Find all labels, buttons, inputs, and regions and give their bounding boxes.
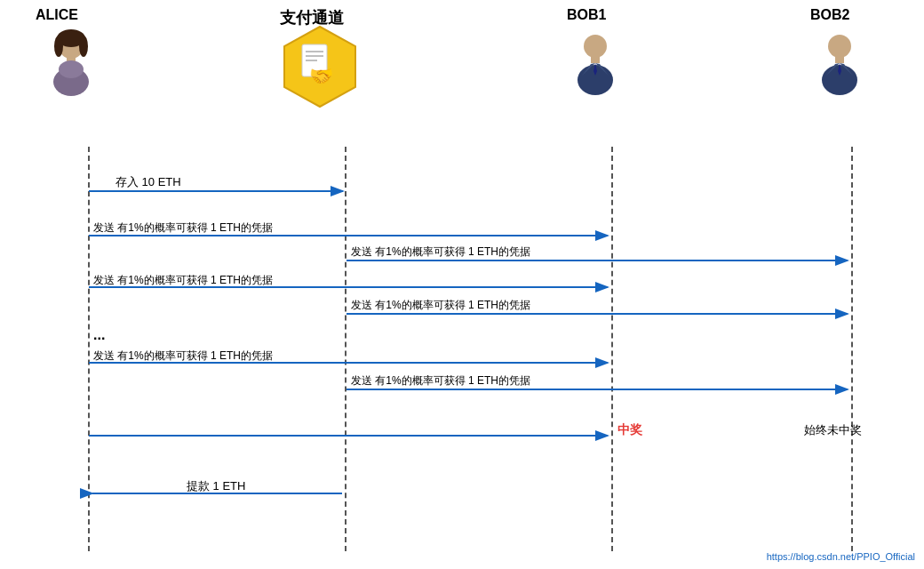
bob2-avatar: [804, 27, 875, 101]
never-win-label: 始终未中奖: [804, 422, 862, 438]
alice-avatar: [36, 27, 107, 101]
svg-text:🤝: 🤝: [309, 64, 334, 88]
arrow3-label: 发送 有1%的概率可获得 1 ETH的凭据: [351, 244, 530, 260]
bob2-lifeline: [851, 147, 853, 551]
alice-label: ALICE: [36, 7, 78, 23]
arrow1-label: 存入 10 ETH: [116, 174, 181, 190]
arrow2-label: 发送 有1%的概率可获得 1 ETH的凭据: [93, 220, 273, 236]
arrow8-label: 提款 1 ETH: [187, 478, 245, 494]
svg-point-6: [59, 60, 84, 78]
svg-point-19: [828, 35, 851, 58]
arrow5-label: 发送 有1%的概率可获得 1 ETH的凭据: [351, 298, 530, 313]
alice-lifeline: [88, 147, 90, 551]
svg-rect-15: [591, 56, 600, 63]
arrow7-label: 发送 有1%的概率可获得 1 ETH的凭据: [351, 373, 530, 389]
bob2-label: BOB2: [810, 7, 849, 23]
dots-label: ...: [93, 327, 105, 343]
arrow6-label: 发送 有1%的概率可获得 1 ETH的凭据: [93, 349, 273, 364]
bob1-label: BOB1: [567, 7, 606, 23]
svg-point-13: [584, 35, 607, 58]
arrow4-label: 发送 有1%的概率可获得 1 ETH的凭据: [93, 273, 273, 288]
watermark: https://blog.csdn.net/PPIO_Official: [767, 551, 915, 562]
svg-point-2: [54, 36, 63, 57]
smart-contract-avatar: 🤝: [275, 22, 364, 115]
bob1-avatar: [560, 27, 631, 101]
win-label: 中奖: [617, 422, 642, 438]
svg-rect-21: [835, 56, 844, 63]
svg-point-3: [79, 36, 88, 57]
channel-lifeline: [345, 147, 346, 551]
diagram-container: ALICE 支付通道 BOB1 BOB2: [0, 0, 924, 569]
bob1-lifeline: [611, 147, 613, 551]
